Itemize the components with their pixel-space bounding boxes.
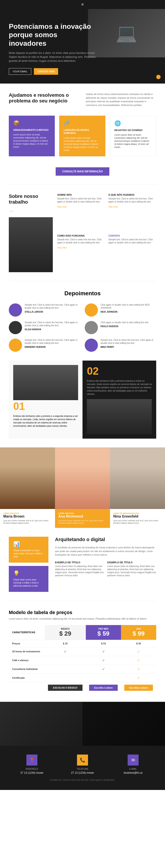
work-section: Sobre nosso trabalho → SOBRE NÓS Sample …: [0, 185, 165, 281]
pricing-row-training: 10 horas de treinamento ✓ ✓ ✓: [9, 647, 156, 656]
work-item-contact: CONTATO Sample text. Click to select the…: [108, 235, 157, 272]
pricing-ano-cafe: ✓: [121, 656, 156, 664]
avatar-mike: [85, 339, 98, 352]
branding-icon-box-1: 📊 Clique novamente ou duas vezes para co…: [9, 537, 48, 563]
contact-email: ✉ E-MAIL business@hi.ca: [110, 754, 156, 774]
work-image: [9, 217, 53, 272]
pricing-header-basic: BÁSICO $ 29: [45, 625, 86, 640]
team-name-maria: Maria Brown: [3, 515, 52, 519]
contact-button[interactable]: CONTATE NÓS: [34, 68, 58, 75]
help-section: Ajudamos e resolvemos o problema do seu …: [0, 84, 165, 116]
example-text-1: Lorem ipsum dolor sit adipiscing. Amet d…: [55, 565, 104, 577]
example-2: EXEMPLO DE TÍTULO Lorem ipsum dolor sit …: [107, 561, 157, 577]
pricing-feature-consultoria: Consultoria Individual: [9, 664, 45, 674]
pricing-basic-price: $ 29: [45, 640, 86, 647]
pricing-pro-button-cell: Escolha o plano: [86, 682, 121, 693]
team-grid: líder criativo Maria Brown Quis arcu lor…: [0, 447, 165, 528]
pricing-basic-cert: [45, 674, 86, 682]
branding-examples: EXEMPLO DE TÍTULO Lorem ipsum dolor sit …: [55, 561, 156, 577]
contact-email-value: business@hi.ca: [110, 771, 156, 774]
number-image-1: [13, 365, 78, 400]
contact-section: 📍 ENDEREÇO 27 13 (1234) moser 📞 TELEFONE…: [0, 746, 165, 790]
check-icon: ✓: [137, 650, 140, 653]
feature-title-2: LARGURA DE BANDA ILIMITADA: [63, 128, 101, 135]
pricing-basic-button[interactable]: ESCOLHA O BÁSICO: [48, 685, 82, 691]
work-arrow[interactable]: →: [9, 208, 53, 214]
work-item-how-link[interactable]: Veja mais: [57, 246, 67, 249]
work-item-what-link[interactable]: Veja mais: [108, 206, 118, 208]
team-desc-ana: Quis arcu lorem molestie and et al. Quis…: [58, 520, 107, 525]
pricing-basic-button-cell: ESCOLHA O BÁSICO: [45, 682, 86, 693]
work-item-about: SOBRE NÓS Sample text. Click to select t…: [57, 193, 105, 231]
work-item-about-text: Sample text. Click to select the text bo…: [57, 197, 105, 204]
pricing-pro-cafe: ✓: [86, 656, 121, 664]
pricing-row-consultoria: Consultoria Individual ✓ ✓: [9, 664, 156, 674]
team-info-maria: líder criativo Maria Brown Quis arcu lor…: [0, 509, 55, 528]
work-item-how: COMO ISSO FUNCIONA Sample text. Click to…: [57, 235, 105, 272]
hamburger-icon[interactable]: ≡: [81, 2, 84, 7]
team-role-maria: líder criativo: [3, 512, 52, 515]
team-card-nina: guru de programação Nina Greenfeld Quis …: [110, 447, 165, 528]
contact-grid: 📍 ENDEREÇO 27 13 (1234) moser 📞 TELEFONE…: [9, 754, 156, 774]
consult-section: CONSULTE MAIS INFORMAÇÃO: [0, 165, 165, 184]
pricing-basic-consultoria: [45, 664, 86, 674]
pricing-feature-price: Preços: [9, 640, 45, 647]
testimonial-quote-3: Click again or double click to start edi…: [101, 321, 149, 324]
number-text-2: Embora não tenhamos sido a primeira empr…: [87, 379, 152, 396]
contact-footer-text: Contate-nos. Click to select the text bo…: [9, 779, 156, 781]
testimonials-title: Depoimentos: [9, 290, 156, 297]
header: ≡: [0, 0, 165, 9]
example-title-2: EXEMPLO DE TÍTULO: [107, 561, 157, 564]
pricing-basic-cafe: [45, 656, 86, 664]
feature-desc-1: Lorem ipsum dolor sit amet, consectetur …: [13, 133, 50, 149]
testimonial-item-1: Click again or double click to start edi…: [85, 303, 156, 317]
testimonial-name-0: STELLA LARSON: [25, 311, 80, 313]
testimonial-item-5: Sample text. Click to select the text bo…: [85, 339, 156, 352]
testimonial-text-4: Sample text. Click to select the text bo…: [25, 339, 80, 348]
feature-card-domain: 🌐 REGISTRO DO DOMÍNIO Lorem ipsum dolor …: [110, 116, 156, 156]
contact-email-label: E-MAIL: [110, 768, 156, 770]
dark-image-right: [82, 702, 165, 746]
work-item-about-link[interactable]: Veja mais: [57, 206, 67, 208]
team-name-ana: Ana Richmond: [58, 515, 107, 519]
avatar-nick: [85, 303, 98, 317]
pricing-ano-button[interactable]: Escolha o plano: [124, 685, 153, 691]
testimonial-text-2: Sample text. Click to select the text bo…: [25, 321, 80, 331]
number-1: 01: [13, 400, 78, 412]
work-item-what-text: Sample text. Click to select the text bo…: [108, 197, 157, 204]
contact-address: 📍 ENDEREÇO 27 13 (1234) moser: [9, 754, 55, 774]
branding-left: 📊 Clique novamente ou duas vezes para co…: [9, 537, 48, 592]
pricing-plan-price-1: $ 59: [89, 630, 118, 637]
testimonial-quote-1: Click again or double click to start edi…: [101, 303, 156, 310]
contact-phone-value: 27 13 (1234) moser: [59, 771, 106, 774]
email-button[interactable]: YOUR EMAIL: [9, 68, 31, 75]
testimonial-name-4: DINHEIRO HUDSON: [25, 346, 80, 348]
testimonial-item-2: Sample text. Click to select the text bo…: [9, 321, 80, 334]
pricing-ano-consultoria: ✓: [121, 664, 156, 674]
consult-button[interactable]: CONSULTE MAIS INFORMAÇÃO: [56, 167, 109, 176]
pricing-pro-button[interactable]: Escolha o plano: [89, 685, 118, 691]
email-icon: ✉: [128, 754, 139, 766]
pricing-row-price: Preços $ 29 $ 59 $ 99: [9, 640, 156, 647]
testimonial-item-3: Click again or double click to start edi…: [85, 321, 156, 334]
work-item-what-title: O QUE NÓS FAZEMOS: [108, 193, 157, 196]
testimonial-name-3: PAULO HUDSON: [101, 325, 149, 328]
branding-section: 📊 Clique novamente ou duas vezes para co…: [0, 537, 165, 601]
pricing-section: Modelo de tabela de preços Lorem ipsum d…: [0, 601, 165, 702]
number-2: 02: [87, 365, 152, 377]
testimonials-section: Depoimentos Sample text. Click to select…: [0, 281, 165, 361]
number-text-1: Embora não tenhamos sido a primeira e a …: [13, 414, 78, 428]
testimonial-item-4: Sample text. Click to select the text bo…: [9, 339, 80, 352]
pricing-ano-training: ✓: [121, 647, 156, 656]
check-icon: ✓: [102, 650, 105, 653]
check-icon: ✓: [137, 667, 140, 671]
testimonial-item-0: Sample text. Click to select the text bo…: [9, 303, 80, 317]
team-name-nina: Nina Greenfeld: [113, 515, 162, 519]
avatar-olga: [9, 321, 22, 334]
feature-card-storage: 📦 ARMAZENAMENTO ILIMITADO Lorem ipsum do…: [9, 116, 55, 156]
team-photo-nina: [110, 447, 165, 509]
check-icon: ✓: [137, 658, 140, 662]
check-icon: ✓: [102, 667, 105, 671]
pricing-plan-price-0: $ 29: [48, 630, 82, 637]
pricing-plan-name-2: ANO: [124, 628, 153, 630]
